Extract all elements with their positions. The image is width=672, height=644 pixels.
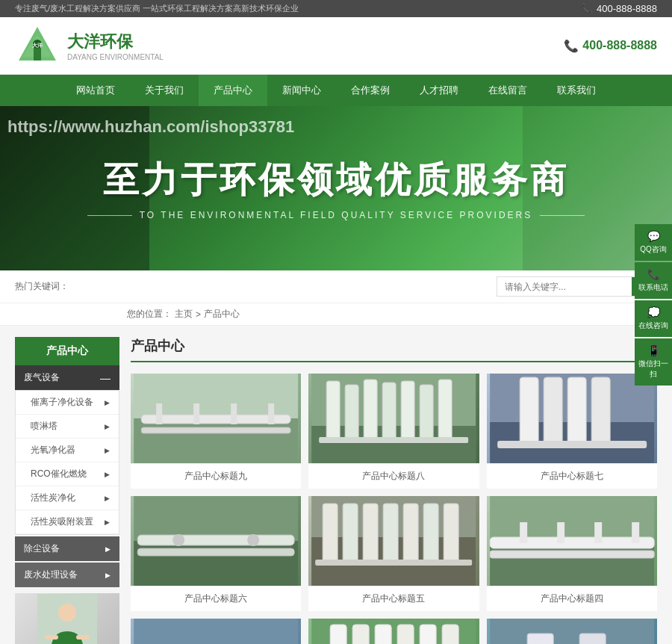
svg-rect-47 bbox=[423, 504, 438, 563]
svg-point-39 bbox=[247, 534, 259, 546]
float-wechat[interactable]: 📱 微信扫一扫 bbox=[635, 338, 672, 386]
nav-item-home[interactable]: 网站首页 bbox=[61, 75, 130, 106]
sub-label-4: RCO催化燃烧 bbox=[31, 468, 87, 480]
product-item-9[interactable]: 产品中心标题九 bbox=[131, 374, 301, 489]
nav-item-message[interactable]: 在线留言 bbox=[473, 75, 542, 106]
product-name-8: 产品中心标题八 bbox=[308, 463, 479, 489]
product-item-6[interactable]: 产品中心标题六 bbox=[131, 496, 301, 611]
product-item-5[interactable]: 产品中心标题五 bbox=[308, 496, 479, 611]
product-img-6 bbox=[131, 496, 301, 586]
svg-rect-48 bbox=[444, 504, 458, 563]
sidebar-cat-dust-label: 除尘设备 bbox=[24, 542, 60, 555]
nav-label-message: 在线留言 bbox=[488, 84, 527, 97]
product-img-4 bbox=[487, 496, 657, 586]
nav-label-news: 新闻中心 bbox=[282, 84, 321, 97]
product-item-3[interactable]: 产品中心标题三 bbox=[131, 619, 301, 644]
svg-rect-13 bbox=[156, 403, 162, 424]
logo-icon: 大洋 bbox=[15, 23, 60, 68]
product-item-1[interactable]: 产品中心标题一 bbox=[487, 619, 657, 644]
sidebar-cat-water[interactable]: 废水处理设备 ▶ bbox=[15, 563, 119, 587]
float-phone[interactable]: 📞 联系电话 bbox=[635, 262, 672, 299]
sidebar-subs-exhaust: 催离子净化设备 ▶ 喷淋塔 ▶ 光氧净化器 ▶ RCO催化燃烧 ▶ 活性炭净化 … bbox=[15, 390, 119, 535]
svg-rect-75 bbox=[490, 619, 654, 644]
breadcrumb-home[interactable]: 主页 bbox=[175, 308, 193, 321]
header-right: 📞 400-888-8888 bbox=[564, 39, 657, 53]
header-phone-number: 400-888-8888 bbox=[582, 39, 657, 52]
chevron-right-1: ▶ bbox=[105, 399, 110, 406]
nav-item-cases[interactable]: 合作案例 bbox=[336, 75, 405, 106]
svg-rect-85 bbox=[579, 634, 606, 644]
slogan-line1: 专注废气/废水工程解决方案供应商 bbox=[15, 4, 140, 13]
breadcrumb-products[interactable]: 产品中心 bbox=[204, 308, 240, 321]
search-input[interactable] bbox=[497, 278, 632, 296]
svg-rect-32 bbox=[591, 377, 610, 445]
qq-label: QQ咨询 bbox=[640, 244, 667, 255]
sidebar-sub-item-4[interactable]: RCO催化燃烧 ▶ bbox=[16, 462, 119, 486]
nav-item-contact[interactable]: 联系我们 bbox=[542, 75, 611, 106]
float-phone-icon: 📞 bbox=[647, 268, 660, 280]
nav-item-about[interactable]: 关于我们 bbox=[130, 75, 199, 106]
svg-rect-21 bbox=[364, 380, 377, 441]
svg-rect-10 bbox=[134, 418, 298, 463]
sidebar-cat-exhaust[interactable]: 废气设备 — bbox=[15, 365, 119, 390]
nav: 网站首页 关于我们 产品中心 新闻中心 合作案例 人才招聘 在线留言 联系我们 bbox=[0, 75, 672, 106]
svg-rect-57 bbox=[632, 522, 639, 543]
sub-label-5: 活性炭净化 bbox=[31, 492, 75, 504]
svg-rect-37 bbox=[137, 548, 294, 556]
svg-rect-73 bbox=[442, 625, 458, 644]
float-qq[interactable]: 💬 QQ咨询 bbox=[635, 224, 672, 261]
sub-label-2: 喷淋塔 bbox=[31, 420, 57, 433]
chevron-right-6: ▶ bbox=[105, 518, 110, 526]
banner-content: 至力于环保领域优质服务商 TO THE ENVIRONMENTAL FIELD … bbox=[87, 156, 585, 220]
svg-rect-55 bbox=[557, 522, 564, 543]
online-icon: 💭 bbox=[647, 306, 660, 318]
sidebar-cat-dust[interactable]: 除尘设备 ▶ bbox=[15, 536, 119, 561]
slogan-line2: 一站式环保工程解决方案高新技术环保企业 bbox=[143, 4, 299, 13]
svg-rect-71 bbox=[397, 625, 414, 644]
logo[interactable]: 大洋 大洋环保 DAYANG ENVIRONMENTAL bbox=[15, 23, 164, 68]
product-item-2[interactable]: 产品中心标题二 bbox=[308, 619, 479, 644]
svg-rect-15 bbox=[231, 403, 237, 424]
product-img-7 bbox=[487, 374, 657, 463]
svg-rect-56 bbox=[594, 522, 602, 543]
banner-line-left bbox=[87, 215, 132, 216]
breadcrumb: 您的位置： 主页 > 产品中心 bbox=[0, 303, 672, 326]
sidebar-sub-item-2[interactable]: 喷淋塔 ▶ bbox=[16, 415, 119, 439]
banner-url-text: https://www.huzhan.com/ishop33781 bbox=[7, 117, 294, 136]
svg-rect-33 bbox=[497, 441, 647, 448]
main: 产品中心 废气设备 — 催离子净化设备 ▶ 喷淋塔 ▶ 光氧净化器 ▶ RCO催… bbox=[0, 326, 672, 644]
sidebar-title: 产品中心 bbox=[15, 337, 119, 365]
sidebar-sub-item-6[interactable]: 活性炭吸附装置 ▶ bbox=[16, 510, 119, 534]
qq-icon: 💬 bbox=[647, 230, 660, 242]
product-item-8[interactable]: 产品中心标题八 bbox=[308, 374, 479, 489]
float-online[interactable]: 💭 在线咨询 bbox=[635, 300, 672, 337]
svg-rect-44 bbox=[363, 504, 378, 563]
product-img-1 bbox=[487, 619, 657, 644]
nav-item-products[interactable]: 产品中心 bbox=[199, 75, 267, 106]
svg-rect-14 bbox=[193, 403, 199, 424]
svg-rect-58 bbox=[134, 619, 298, 644]
svg-point-6 bbox=[58, 604, 76, 622]
svg-rect-68 bbox=[330, 625, 346, 644]
content: 产品中心 bbox=[131, 337, 657, 644]
sidebar-cat-exhaust-icon: — bbox=[100, 373, 111, 383]
svg-rect-31 bbox=[567, 377, 586, 445]
nav-item-news[interactable]: 新闻中心 bbox=[267, 75, 336, 106]
sidebar-sub-item-5[interactable]: 活性炭净化 ▶ bbox=[16, 486, 119, 510]
product-name-7: 产品中心标题七 bbox=[487, 463, 657, 489]
breadcrumb-label: 您的位置： bbox=[127, 308, 172, 321]
sidebar-sub-item-1[interactable]: 催离子净化设备 ▶ bbox=[16, 391, 119, 415]
svg-text:大洋: 大洋 bbox=[31, 42, 43, 48]
product-item-7[interactable]: 产品中心标题七 bbox=[487, 374, 657, 489]
nav-item-recruit[interactable]: 人才招聘 bbox=[405, 75, 473, 106]
sidebar-sub-item-3[interactable]: 光氧净化器 ▶ bbox=[16, 439, 119, 462]
breadcrumb-sep1: > bbox=[196, 309, 201, 320]
svg-point-38 bbox=[172, 534, 184, 546]
wechat-label: 微信扫一扫 bbox=[638, 359, 668, 380]
content-title: 产品中心 bbox=[131, 337, 657, 362]
logo-text: 大洋环保 DAYANG ENVIRONMENTAL bbox=[67, 31, 164, 61]
svg-rect-43 bbox=[343, 504, 358, 563]
product-item-4[interactable]: 产品中心标题四 bbox=[487, 496, 657, 611]
sidebar-contact-img bbox=[15, 593, 119, 644]
product-img-8 bbox=[308, 374, 479, 463]
